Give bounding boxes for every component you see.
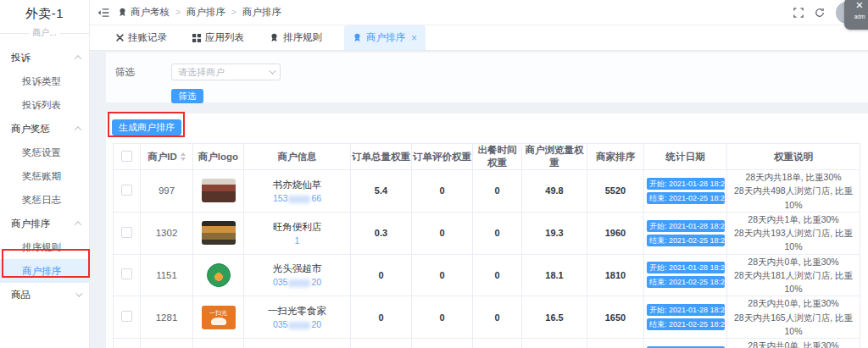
row-checkbox[interactable] bbox=[121, 311, 132, 322]
merchant-phone-link[interactable]: 15366 bbox=[244, 193, 350, 203]
header-select-all bbox=[114, 144, 141, 170]
breadcrumb-item-sort[interactable]: 商户排序 bbox=[186, 6, 225, 19]
mealtime-weight: 0 bbox=[473, 170, 522, 213]
merchant-id: 1281 bbox=[141, 296, 193, 339]
sidebar-collapse-icon[interactable] bbox=[97, 8, 109, 18]
merchant-logo bbox=[202, 179, 236, 202]
sidebar-item-complaint-type[interactable]: 投诉类型 bbox=[0, 69, 89, 93]
sidebar-item-sort-rule[interactable]: 排序规则 bbox=[0, 235, 89, 259]
mealtime-weight: 0 bbox=[473, 296, 522, 339]
weight-desc-line1: 28天内共0单, 比重30% bbox=[727, 339, 860, 348]
row-checkbox[interactable] bbox=[121, 227, 132, 238]
app-title: 外卖-1 bbox=[0, 0, 89, 22]
tabbar: 挂账记录 应用列表 排序规则 商户排序 × bbox=[90, 25, 868, 51]
merchant-logo bbox=[202, 263, 236, 287]
sidebar-item-merchant-sort[interactable]: 商户排序 bbox=[0, 259, 89, 283]
header-merchant-id[interactable]: 商户ID bbox=[141, 144, 193, 170]
merchant-id: 1082 bbox=[141, 339, 193, 348]
generate-sort-button[interactable]: 生成商户排序 bbox=[112, 119, 181, 135]
overlay-close-widget[interactable]: × adm bbox=[844, 0, 868, 30]
overlay-label: adm bbox=[844, 14, 868, 19]
sidebar-item-complaint-list[interactable]: 投诉列表 bbox=[0, 93, 89, 117]
merchant-name: 书亦烧仙草 bbox=[244, 179, 350, 191]
review-weight: 0 bbox=[412, 339, 473, 348]
table-row: 1281 一扫光 一扫光零食家 03520 0 0 0 16.5 1650 开始… bbox=[114, 296, 860, 339]
select-all-checkbox[interactable] bbox=[121, 151, 132, 162]
sort-icon[interactable] bbox=[181, 152, 186, 161]
sidebar: 外卖-1 商户... 投诉 投诉类型 投诉列表 商户奖惩 奖惩设置 奖惩账期 奖… bbox=[0, 0, 90, 348]
caret-up-icon bbox=[75, 221, 81, 228]
order-weight: 5.4 bbox=[351, 170, 412, 213]
fullscreen-icon[interactable] bbox=[793, 8, 804, 18]
grid-icon bbox=[192, 34, 201, 42]
tab-sort-rules[interactable]: 排序规则 bbox=[266, 25, 326, 50]
merchant-phone-link[interactable]: 03520 bbox=[244, 277, 350, 287]
tab-ledger-records[interactable]: 挂账记录 bbox=[113, 25, 170, 50]
row-checkbox[interactable] bbox=[121, 268, 132, 279]
chevron-down-icon bbox=[269, 67, 275, 74]
order-weight: 0 bbox=[351, 296, 412, 339]
breadcrumb-separator: > bbox=[231, 8, 236, 17]
view-weight: 18.1 bbox=[522, 254, 587, 296]
medal-icon bbox=[118, 8, 127, 17]
blurred-text bbox=[288, 322, 310, 329]
tab-close-icon[interactable]: × bbox=[411, 33, 417, 43]
date-start-badge: 开始: 2021-01-28 18:25:25 bbox=[647, 178, 725, 190]
medal-icon bbox=[270, 33, 279, 42]
filter-button[interactable]: 筛选 bbox=[171, 89, 203, 103]
merchant-name: 旺角便利店 bbox=[244, 221, 350, 234]
app-subtitle: 商户... bbox=[0, 27, 89, 39]
merchant-phone-link[interactable]: 03520 bbox=[244, 319, 350, 329]
date-start-badge: 开始: 2021-01-28 18:24:56 bbox=[647, 262, 725, 273]
caret-up-icon bbox=[75, 126, 81, 133]
main-area: 商户考核 > 商户排序 > 商户排序 × adm bbox=[90, 0, 868, 348]
sidebar-item-merchant-sort-group[interactable]: 商户排序 bbox=[0, 212, 89, 235]
blurred-text bbox=[288, 279, 310, 287]
tab-app-list[interactable]: 应用列表 bbox=[189, 25, 248, 50]
sidebar-item-complaint[interactable]: 投诉 bbox=[0, 46, 89, 69]
weight-desc-line1: 28天内共0单, 比重30% bbox=[727, 296, 860, 310]
order-weight: 0 bbox=[351, 339, 412, 348]
content: 筛选 请选择商户 筛选 生成商户排序 bbox=[90, 51, 868, 348]
date-end-badge: 结束: 2021-02-25 18:24:56 bbox=[647, 276, 725, 288]
order-weight: 0 bbox=[351, 254, 412, 296]
breadcrumb-item-assessment[interactable]: 商户考核 bbox=[118, 6, 170, 19]
view-weight: 14.5 bbox=[522, 339, 587, 348]
header-merchant-info: 商户信息 bbox=[244, 144, 351, 170]
topbar: 商户考核 > 商户排序 > 商户排序 × adm bbox=[90, 0, 868, 25]
weight-desc-line2: 28天内共193人浏览门店, 比重10% bbox=[727, 226, 860, 254]
sidebar-item-goods[interactable]: 商品 bbox=[0, 283, 89, 307]
header-rank: 商家排序 bbox=[587, 144, 644, 170]
merchant-table: 商户ID 商户logo 商户信息 订单总量权重 订单评价权重 出餐时间权重 商户… bbox=[113, 143, 860, 348]
close-icon[interactable]: × bbox=[844, 0, 868, 13]
breadcrumb: 商户考核 > 商户排序 > 商户排序 bbox=[118, 6, 281, 19]
cross-tool-icon bbox=[116, 34, 124, 41]
sidebar-item-reward-log[interactable]: 奖惩日志 bbox=[0, 188, 89, 212]
review-weight: 0 bbox=[412, 170, 473, 213]
sidebar-item-merchant-reward[interactable]: 商户奖惩 bbox=[0, 117, 89, 141]
breadcrumb-item-current: 商户排序 bbox=[242, 6, 281, 19]
merchant-logo bbox=[202, 221, 236, 245]
view-weight: 49.8 bbox=[522, 170, 587, 213]
weight-desc-line2: 28天内共181人浏览门店, 比重10% bbox=[727, 268, 860, 296]
merchant-rank: 1810 bbox=[587, 254, 644, 296]
row-checkbox[interactable] bbox=[121, 185, 132, 196]
sidebar-item-reward-period[interactable]: 奖惩账期 bbox=[0, 164, 89, 188]
table-row: 1082 味福香川菜馆 03520 0 0 0 14.5 1450 开始: 20… bbox=[114, 339, 860, 348]
refresh-icon[interactable] bbox=[815, 8, 825, 18]
sidebar-item-reward-setting[interactable]: 奖惩设置 bbox=[0, 141, 89, 164]
tab-merchant-sort[interactable]: 商户排序 × bbox=[344, 25, 426, 50]
header-weight-desc: 权重说明 bbox=[727, 144, 860, 170]
mealtime-weight: 0 bbox=[473, 254, 522, 296]
table-row: 1151 光头强超市 03520 0 0 0 18.1 1810 开始: 202… bbox=[114, 254, 860, 296]
merchant-select[interactable]: 请选择商户 bbox=[171, 64, 281, 80]
topbar-right: × adm bbox=[793, 0, 868, 25]
merchant-rank: 1650 bbox=[587, 296, 644, 339]
merchant-phone-link[interactable]: 1 bbox=[244, 235, 350, 246]
view-weight: 16.5 bbox=[522, 296, 587, 339]
view-weight: 19.3 bbox=[522, 212, 587, 254]
weight-desc-line1: 28天内共1单, 比重30% bbox=[727, 213, 860, 226]
blurred-text bbox=[288, 196, 310, 203]
table-header-row: 商户ID 商户logo 商户信息 订单总量权重 订单评价权重 出餐时间权重 商户… bbox=[114, 144, 860, 170]
merchant-rank: 1450 bbox=[587, 339, 644, 348]
